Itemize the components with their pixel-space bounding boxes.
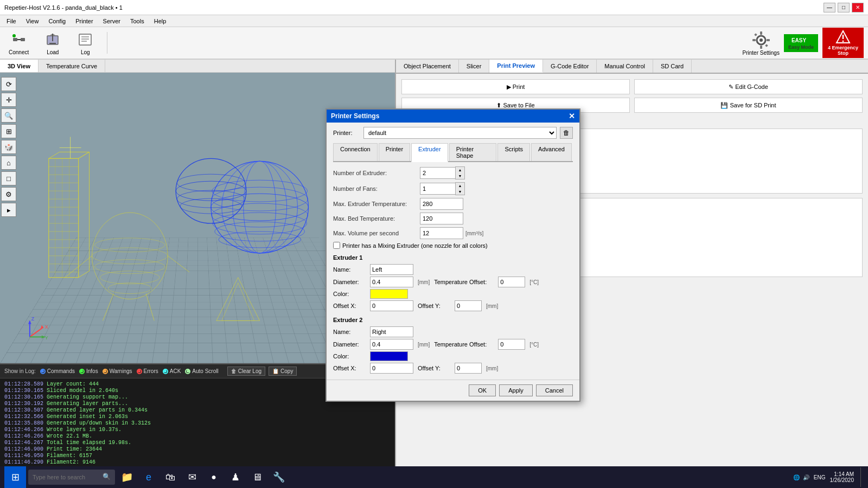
svg-point-27 bbox=[244, 161, 276, 253]
ext2-color-swatch[interactable] bbox=[370, 351, 408, 361]
apply-btn[interactable]: Apply bbox=[499, 384, 533, 396]
taskbar-app1-icon[interactable]: 🖥 bbox=[247, 467, 267, 487]
view-tab-temperature-curve[interactable]: Temperature Curve bbox=[39, 60, 105, 72]
load-btn[interactable]: Load bbox=[40, 29, 66, 57]
dialog-tab-connection[interactable]: Connection bbox=[333, 143, 378, 161]
taskbar-store-icon[interactable]: 🛍 bbox=[161, 467, 180, 487]
ext1-offsetx-input[interactable] bbox=[370, 300, 413, 311]
right-tab-manual-control[interactable]: Manual Control bbox=[597, 60, 653, 73]
dialog-tab-extruder[interactable]: Extruder bbox=[411, 143, 448, 162]
view3d-tool[interactable]: 🎲 bbox=[1, 140, 16, 154]
ext2-temp-offset-input[interactable] bbox=[498, 339, 525, 350]
connect-icon bbox=[10, 31, 28, 48]
ext2-name-input[interactable] bbox=[370, 326, 413, 337]
max-ext-temp-input[interactable] bbox=[420, 198, 463, 210]
menu-item-tools[interactable]: Tools bbox=[126, 17, 149, 25]
taskbar-ie-icon[interactable]: e bbox=[139, 467, 158, 487]
ext1-color-swatch[interactable] bbox=[370, 289, 408, 299]
max-volume-input[interactable] bbox=[420, 227, 463, 239]
object-tool[interactable]: □ bbox=[1, 171, 16, 185]
menu-item-help[interactable]: Help bbox=[150, 17, 171, 25]
edit-gcode-btn[interactable]: ✎ Edit G-Code bbox=[634, 79, 863, 94]
more-tool[interactable]: ▸ bbox=[1, 203, 16, 217]
zoom-tool[interactable]: 🔍 bbox=[1, 108, 16, 123]
num-extruder-down[interactable]: ▼ bbox=[456, 173, 464, 179]
filter-commands[interactable]: Commands bbox=[40, 368, 75, 374]
warnings-radio[interactable] bbox=[103, 369, 108, 374]
taskbar-chrome-icon[interactable]: ● bbox=[204, 467, 224, 487]
rotate-tool[interactable]: ⟳ bbox=[1, 77, 16, 91]
warnings-label: Warnings bbox=[110, 368, 132, 374]
search-input[interactable] bbox=[28, 470, 115, 485]
taskbar-mail-icon[interactable]: ✉ bbox=[182, 467, 202, 487]
dialog-tab-advanced[interactable]: Advanced bbox=[531, 143, 572, 161]
mixing-extruder-cb[interactable] bbox=[333, 242, 340, 249]
menu-item-file[interactable]: File bbox=[2, 17, 21, 25]
ext1-diameter-row: Diameter: [mm] Temperature Offset: [°C] bbox=[333, 277, 573, 287]
delete-printer-btn[interactable]: 🗑 bbox=[560, 127, 573, 139]
ext1-name-input[interactable] bbox=[370, 264, 413, 275]
start-button[interactable]: ⊞ bbox=[4, 466, 26, 488]
show-desktop-btn[interactable] bbox=[860, 467, 864, 487]
filter-infos[interactable]: Infos bbox=[79, 368, 98, 374]
copy-log-btn[interactable]: 📋 Copy bbox=[269, 367, 297, 376]
num-extruder-up[interactable]: ▲ bbox=[456, 167, 464, 173]
dialog-close-btn[interactable]: ✕ bbox=[569, 112, 575, 120]
connect-btn[interactable]: Connect bbox=[4, 29, 33, 57]
ext1-diameter-input[interactable] bbox=[370, 277, 413, 287]
dialog-tab-printer-shape[interactable]: Printer Shape bbox=[449, 143, 497, 161]
menu-item-view[interactable]: View bbox=[22, 17, 43, 25]
num-fans-up[interactable]: ▲ bbox=[456, 183, 464, 189]
minimize-btn[interactable]: — bbox=[824, 3, 835, 12]
cancel-btn[interactable]: Cancel bbox=[536, 384, 573, 396]
taskbar-steam-icon[interactable]: ♟ bbox=[226, 467, 245, 487]
filter-autoscroll[interactable]: Auto Scroll bbox=[185, 368, 218, 374]
ok-btn[interactable]: OK bbox=[469, 384, 496, 396]
ext2-diameter-input[interactable] bbox=[370, 339, 413, 350]
ext1-offsety-input[interactable] bbox=[455, 300, 482, 311]
taskbar-files-icon[interactable]: 📁 bbox=[117, 467, 137, 487]
view-tab-3d-view[interactable]: 3D View bbox=[0, 60, 39, 72]
right-tab-object-placement[interactable]: Object Placement bbox=[396, 60, 459, 73]
clear-log-btn[interactable]: 🗑 Clear Log bbox=[227, 367, 265, 376]
max-bed-temp-input[interactable] bbox=[420, 213, 463, 224]
settings-tool[interactable]: ⚙ bbox=[1, 187, 16, 201]
emergency-btn[interactable]: 4 Emergency Stop bbox=[822, 28, 864, 58]
close-btn[interactable]: ✕ bbox=[852, 3, 864, 12]
save-sd-btn[interactable]: 💾 Save for SD Print bbox=[634, 98, 863, 113]
right-tab-print-preview[interactable]: Print Preview bbox=[489, 60, 543, 73]
easy-mode-btn[interactable]: EASY Easy Mode bbox=[784, 34, 818, 52]
filter-errors[interactable]: Errors bbox=[137, 368, 158, 374]
svg-rect-14 bbox=[760, 31, 762, 35]
ext2-offsety-input[interactable] bbox=[455, 363, 482, 374]
printer-select[interactable]: default bbox=[363, 127, 557, 139]
zoom-fit-tool[interactable]: ⊞ bbox=[1, 124, 16, 138]
printer-settings-btn[interactable]: Printer Settings bbox=[743, 30, 780, 56]
log-btn[interactable]: Log bbox=[72, 29, 98, 57]
num-extruder-input[interactable] bbox=[420, 167, 455, 179]
dialog-tab-scripts[interactable]: Scripts bbox=[497, 143, 530, 161]
menu-item-printer[interactable]: Printer bbox=[71, 17, 97, 25]
num-fans-input[interactable] bbox=[420, 183, 455, 195]
ack-radio[interactable] bbox=[163, 369, 168, 374]
right-tab-slicer[interactable]: Slicer bbox=[459, 60, 490, 73]
dialog-tab-printer[interactable]: Printer bbox=[379, 143, 410, 161]
right-tab-sd-card[interactable]: SD Card bbox=[653, 60, 692, 73]
filter-warnings[interactable]: Warnings bbox=[103, 368, 132, 374]
ext1-temp-offset-input[interactable] bbox=[498, 277, 525, 287]
ext2-offsetx-input[interactable] bbox=[370, 363, 413, 374]
maximize-btn[interactable]: □ bbox=[838, 3, 850, 12]
menu-item-server[interactable]: Server bbox=[99, 17, 125, 25]
autoscroll-radio[interactable] bbox=[185, 369, 190, 374]
errors-radio[interactable] bbox=[137, 369, 142, 374]
right-tab-g-code-editor[interactable]: G-Code Editor bbox=[543, 60, 597, 73]
num-fans-down[interactable]: ▼ bbox=[456, 189, 464, 195]
move-tool[interactable]: ✛ bbox=[1, 93, 16, 107]
home-tool[interactable]: ⌂ bbox=[1, 156, 16, 170]
print-btn[interactable]: ▶ Print bbox=[401, 79, 630, 94]
filter-ack[interactable]: ACK bbox=[163, 368, 181, 374]
taskbar-app2-icon[interactable]: 🔧 bbox=[269, 467, 289, 487]
commands-radio[interactable] bbox=[40, 369, 46, 374]
infos-radio[interactable] bbox=[79, 369, 85, 374]
menu-item-config[interactable]: Config bbox=[44, 17, 70, 25]
